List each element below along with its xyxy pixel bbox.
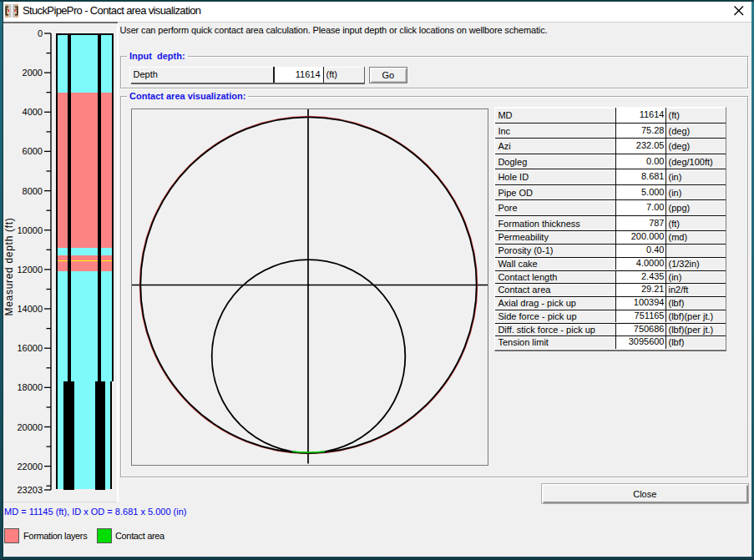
svg-text:2000: 2000 xyxy=(23,68,43,78)
svg-text:23203: 23203 xyxy=(17,485,43,495)
svg-text:0: 0 xyxy=(38,28,43,38)
svg-text:14000: 14000 xyxy=(17,304,43,314)
svg-text:12000: 12000 xyxy=(17,265,43,275)
svg-text:20000: 20000 xyxy=(17,422,43,432)
svg-text:22000: 22000 xyxy=(17,462,43,472)
svg-text:4000: 4000 xyxy=(23,107,43,117)
svg-text:10000: 10000 xyxy=(17,225,43,235)
svg-text:8000: 8000 xyxy=(23,186,43,196)
svg-text:16000: 16000 xyxy=(17,343,43,353)
svg-text:Measured depth (ft): Measured depth (ft) xyxy=(3,217,15,315)
svg-text:6000: 6000 xyxy=(23,146,43,156)
svg-text:18000: 18000 xyxy=(17,382,43,392)
